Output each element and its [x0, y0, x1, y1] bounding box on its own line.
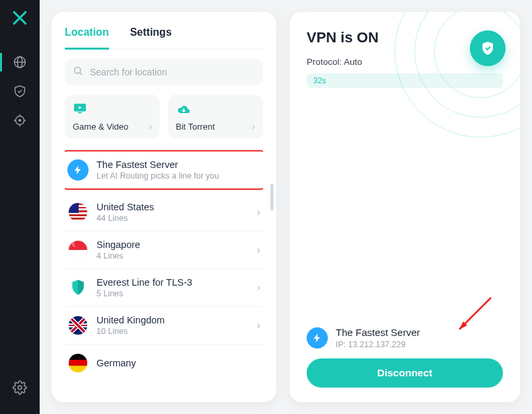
bolt-icon [307, 327, 328, 349]
fastest-server-highlight: The Fastest Server Let AI Routing picks … [65, 150, 263, 190]
server-item-sg[interactable]: Singapore 4 Lines › [65, 231, 263, 269]
flag-us-icon [69, 203, 87, 222]
nav-target[interactable] [0, 106, 40, 135]
monitor-play-icon [73, 101, 152, 116]
tab-location[interactable]: Location [65, 24, 109, 50]
shield-tls-icon [67, 277, 89, 298]
svg-point-6 [19, 120, 21, 122]
server-name: Singapore [96, 239, 257, 250]
quick-categories: Game & Video › Bit Torrent › [65, 95, 263, 138]
connected-server-name: The Fastest Server [336, 327, 420, 338]
svg-point-11 [18, 386, 22, 390]
server-lines: 4 Lines [96, 251, 257, 261]
quick-bittorrent-label: Bit Torrent [176, 122, 215, 132]
tab-settings[interactable]: Settings [130, 24, 172, 49]
fastest-server-item[interactable]: The Fastest Server Let AI Routing picks … [67, 158, 260, 182]
search-icon [73, 65, 83, 79]
vpn-shield-icon [470, 30, 506, 66]
server-name: Everest Line for TLS-3 [96, 277, 257, 288]
scrollbar-thumb[interactable] [270, 184, 274, 210]
svg-line-17 [459, 298, 491, 329]
server-lines: 10 Lines [96, 327, 257, 336]
nav-settings[interactable] [0, 373, 40, 402]
status-panel: VPN is ON Protocol: Auto 32s The Fastest… [289, 12, 520, 402]
flag-sg-icon [69, 241, 87, 259]
server-panel: Location Settings Game & Video › [52, 12, 276, 402]
svg-point-12 [75, 67, 81, 73]
connection-info: The Fastest Server IP: 13.212.137.229 Di… [307, 327, 503, 388]
server-list: The Fastest Server Let AI Routing picks … [65, 150, 263, 402]
nav-shield[interactable] [0, 77, 40, 106]
bolt-icon [67, 159, 89, 181]
server-name: United States [96, 202, 257, 212]
sidebar [0, 0, 40, 414]
server-lines: 5 Lines [96, 289, 257, 298]
app-logo [11, 9, 28, 29]
server-item-de[interactable]: Germany [65, 345, 263, 382]
fastest-server-title: The Fastest Server [96, 159, 260, 170]
server-name: Germany [96, 358, 260, 368]
server-lines: 44 Lines [96, 214, 257, 223]
flag-uk-icon [69, 316, 87, 335]
server-item-everest[interactable]: Everest Line for TLS-3 5 Lines › [65, 269, 263, 307]
chevron-right-icon: › [149, 121, 152, 132]
server-name: United Kingdom [96, 315, 257, 325]
chevron-right-icon: › [257, 282, 260, 294]
server-item-us[interactable]: United States 44 Lines › [65, 194, 263, 231]
quick-bittorrent[interactable]: Bit Torrent › [168, 95, 263, 138]
fastest-server-subtitle: Let AI Routing picks a line for you [96, 171, 260, 181]
quick-game-video[interactable]: Game & Video › [65, 95, 160, 138]
decorative-rings [395, 12, 520, 138]
chevron-right-icon: › [257, 206, 260, 218]
disconnect-button[interactable]: Disconnect [307, 358, 503, 388]
svg-line-13 [80, 73, 82, 75]
main-area: Location Settings Game & Video › [40, 0, 532, 414]
server-item-uk[interactable]: United Kingdom 10 Lines › [65, 307, 263, 345]
chevron-right-icon: › [257, 244, 260, 256]
quick-game-video-label: Game & Video [73, 122, 128, 132]
chevron-right-icon: › [252, 121, 255, 132]
nav-globe[interactable] [0, 48, 40, 77]
search-input[interactable] [90, 67, 255, 77]
cloud-download-icon [176, 101, 255, 116]
flag-de-icon [69, 354, 87, 372]
chevron-right-icon: › [257, 319, 260, 331]
search-box[interactable] [65, 59, 263, 85]
connected-ip: IP: 13.212.137.229 [336, 340, 420, 349]
tabs: Location Settings [65, 24, 263, 50]
svg-rect-16 [78, 112, 81, 113]
